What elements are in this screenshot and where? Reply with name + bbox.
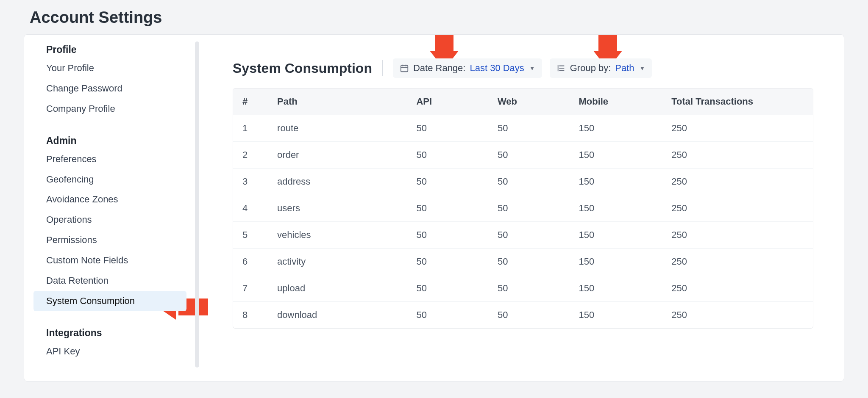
chevron-down-icon: ▼ [640, 65, 645, 72]
sidebar-item-data-retention[interactable]: Data Retention [24, 271, 202, 291]
cell-mobile: 150 [569, 302, 662, 329]
col-mobile[interactable]: Mobile [569, 88, 662, 115]
table-header-row: # Path API Web Mobile Total Transactions [233, 88, 813, 115]
page-title: Account Settings [30, 8, 844, 27]
settings-card: Profile Your Profile Change Password Com… [24, 34, 844, 381]
cell-total: 250 [662, 142, 813, 169]
sidebar-item-geofencing[interactable]: Geofencing [24, 169, 202, 190]
cell-index: 7 [233, 275, 268, 302]
cell-path: route [268, 115, 407, 142]
group-by-selector[interactable]: Group by: Path ▼ [550, 58, 652, 78]
sidebar-scrollbar[interactable] [195, 41, 199, 368]
table-row: 8download5050150250 [233, 302, 813, 329]
sidebar-item-custom-note-fields[interactable]: Custom Note Fields [24, 250, 202, 271]
cell-api: 50 [407, 222, 488, 249]
settings-sidebar: Profile Your Profile Change Password Com… [24, 35, 202, 381]
col-web[interactable]: Web [488, 88, 570, 115]
toolbar: System Consumption Date Range: Last 30 D… [233, 58, 813, 78]
table-row: 2order5050150250 [233, 142, 813, 169]
sidebar-item-api-key[interactable]: API Key [24, 341, 202, 362]
cell-index: 3 [233, 169, 268, 195]
cell-path: address [268, 169, 407, 195]
table-row: 4users5050150250 [233, 195, 813, 222]
cell-web: 50 [488, 275, 570, 302]
sidebar-item-company-profile[interactable]: Company Profile [24, 99, 202, 119]
list-icon [556, 64, 566, 73]
cell-index: 5 [233, 222, 268, 249]
date-range-label: Date Range: [413, 63, 466, 74]
cell-mobile: 150 [569, 275, 662, 302]
cell-api: 50 [407, 142, 488, 169]
cell-index: 6 [233, 249, 268, 275]
cell-mobile: 150 [569, 142, 662, 169]
calendar-icon [400, 64, 409, 73]
section-title: System Consumption [233, 61, 372, 76]
sidebar-item-system-consumption[interactable]: System Consumption [33, 291, 186, 311]
cell-web: 50 [488, 195, 570, 222]
cell-web: 50 [488, 222, 570, 249]
table-row: 1route5050150250 [233, 115, 813, 142]
cell-path: upload [268, 275, 407, 302]
table-row: 7upload5050150250 [233, 275, 813, 302]
date-range-selector[interactable]: Date Range: Last 30 Days ▼ [393, 58, 542, 78]
cell-web: 50 [488, 115, 570, 142]
cell-index: 4 [233, 195, 268, 222]
sidebar-group-admin: Admin [24, 130, 202, 149]
group-by-value: Path [615, 63, 634, 74]
sidebar-item-avoidance-zones[interactable]: Avoidance Zones [24, 189, 202, 210]
cell-mobile: 150 [569, 115, 662, 142]
cell-mobile: 150 [569, 222, 662, 249]
cell-path: users [268, 195, 407, 222]
cell-web: 50 [488, 302, 570, 329]
cell-index: 1 [233, 115, 268, 142]
cell-total: 250 [662, 195, 813, 222]
cell-api: 50 [407, 195, 488, 222]
cell-path: download [268, 302, 407, 329]
consumption-table: # Path API Web Mobile Total Transactions… [233, 88, 813, 329]
cell-total: 250 [662, 302, 813, 329]
col-index[interactable]: # [233, 88, 268, 115]
cell-web: 50 [488, 169, 570, 195]
cell-total: 250 [662, 275, 813, 302]
col-total[interactable]: Total Transactions [662, 88, 813, 115]
cell-total: 250 [662, 115, 813, 142]
cell-api: 50 [407, 302, 488, 329]
table-row: 5vehicles5050150250 [233, 222, 813, 249]
cell-api: 50 [407, 275, 488, 302]
table-row: 3address5050150250 [233, 169, 813, 195]
table-row: 6activity5050150250 [233, 249, 813, 275]
cell-web: 50 [488, 142, 570, 169]
col-path[interactable]: Path [268, 88, 407, 115]
date-range-value: Last 30 Days [470, 63, 524, 74]
cell-mobile: 150 [569, 195, 662, 222]
cell-api: 50 [407, 115, 488, 142]
cell-total: 250 [662, 169, 813, 195]
svg-rect-0 [401, 66, 408, 72]
sidebar-item-preferences[interactable]: Preferences [24, 149, 202, 169]
col-api[interactable]: API [407, 88, 488, 115]
main-panel: System Consumption Date Range: Last 30 D… [202, 35, 844, 381]
cell-path: vehicles [268, 222, 407, 249]
sidebar-group-integrations: Integrations [24, 322, 202, 341]
cell-path: order [268, 142, 407, 169]
cell-index: 2 [233, 142, 268, 169]
cell-mobile: 150 [569, 169, 662, 195]
sidebar-item-operations[interactable]: Operations [24, 210, 202, 230]
sidebar-group-profile: Profile [24, 39, 202, 58]
cell-mobile: 150 [569, 249, 662, 275]
sidebar-item-your-profile[interactable]: Your Profile [24, 58, 202, 78]
cell-total: 250 [662, 249, 813, 275]
sidebar-item-change-password[interactable]: Change Password [24, 78, 202, 99]
cell-web: 50 [488, 249, 570, 275]
chevron-down-icon: ▼ [529, 65, 535, 72]
sidebar-item-permissions[interactable]: Permissions [24, 230, 202, 250]
cell-api: 50 [407, 169, 488, 195]
cell-total: 250 [662, 222, 813, 249]
cell-api: 50 [407, 249, 488, 275]
toolbar-divider [382, 60, 383, 76]
group-by-label: Group by: [570, 63, 611, 74]
cell-index: 8 [233, 302, 268, 329]
cell-path: activity [268, 249, 407, 275]
